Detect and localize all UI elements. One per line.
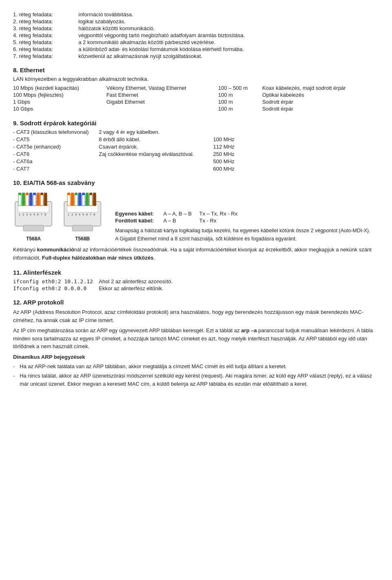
layer-row: 4. réteg feladata:végponttól végpontig t… [13,32,379,38]
layers-section: 1. réteg feladata:információ továbbítása… [13,11,379,59]
fordított-label: Fordított kábel: [115,218,160,224]
sodrott-mhz [213,129,246,135]
layer-label: 7. réteg feladata: [13,53,78,59]
bidir-bold2: Full-duplex hálózatokban már nincs ütköz… [42,255,154,261]
svg-text:8: 8 [94,213,95,216]
sodrott-mhz: 112 MHz [213,144,246,150]
fordított-tx: Tx - Rx [199,218,216,224]
alinterf-title: 11. Alinterfészek [13,269,379,276]
arp-para2: Az IP cím meghatározása során az ARP egy… [13,327,379,351]
eia-info: Egyenes kábel: A – A, B – B Tx – Tx, Rx … [111,211,379,242]
sodrott-section: 9. Sodrott érpárok kategóriái - CAT3 (kl… [13,120,379,172]
eth-cable: Sodrott érpár [262,98,379,105]
eia-title: 10. EIA/TIA 568-as szabvány [13,179,379,186]
layer-value: a különböző adat- és kódolási formátumok… [78,46,379,52]
ethernet-table: 10 Mbps (kezdeti kapacitás)Vékony Ethern… [13,84,379,112]
sodrott-desc: Zaj csökkentése műanyag elválasztóval. [99,151,213,157]
svg-rect-34 [75,193,78,195]
layer-label: 4. réteg feladata: [13,32,78,38]
sodrott-row: - CAT5e (enhanced)Csavart érpárok.112 MH… [13,144,379,150]
sodrott-cat: - CAT6 [13,151,99,157]
eth-speed: 100 Mbps (fejlesztés) [13,91,106,98]
eth-cable: Optikai kábelezés [262,91,379,98]
svg-rect-5 [22,193,25,195]
layer-value: közvetlenül az alkalmazásnak nyújt szolg… [78,53,379,59]
layer-label: 5. réteg feladata: [13,39,78,45]
layer-label: 1. réteg feladata: [13,11,78,18]
alinterf-section: 11. Alinterfészek ifconfig eth0:2 10.1.2… [13,269,379,291]
sodrott-mhz: 100 MHz [213,136,246,142]
eth-range: 100 m [218,98,262,105]
svg-rect-30 [67,193,70,195]
svg-rect-6 [26,194,29,206]
arp-bullets: - Ha az ARP-nek találata van az ARP tábl… [13,362,379,388]
layer-value: hálózatok közötti kommunikáció. [78,25,379,31]
eia-note2: A Gigabit Ethernet mind a 8 színt haszná… [115,236,379,242]
arp-para2-bold: arp –a [241,327,257,333]
eth-tech: Fast Ethernet [106,91,218,98]
bullet-dash: - [13,362,20,371]
table-row: 1 GbpsGigabit Ethernet100 mSodrott érpár [13,98,379,105]
table-row: 10 Gbps100 mSodrott érpár [13,105,379,112]
layer-value: információ továbbítása. [78,11,379,18]
t568a-svg: 1 2 3 4 5 6 7 8 [13,189,54,234]
svg-rect-29 [67,194,70,206]
egyenes-label: Egyenes kábel: [115,211,160,217]
t568b-connector: 1 2 3 4 5 6 7 8 T568B [62,189,103,242]
svg-text:5: 5 [33,213,35,216]
t568b-label: T568B [75,236,90,242]
egyenes-row: Egyenes kábel: A – A, B – B Tx – Tx, Rx … [115,211,379,217]
layer-value: végponttól végpontig tartó megbízható ad… [78,32,379,38]
svg-rect-1 [18,205,49,212]
t568b-svg: 1 2 3 4 5 6 7 8 [62,189,103,234]
svg-rect-53 [72,225,93,231]
bidirectional-section: Kétirányú kommunikációnál az információé… [13,246,379,262]
eia-note1: Manapság a hálózati kártya logikailag tu… [115,228,379,233]
sodrott-desc: Csavart érpárok. [99,144,213,150]
svg-text:3: 3 [75,213,77,216]
svg-rect-9 [29,193,32,195]
sodrott-row: - CAT6Zaj csökkentése műanyag elválasztó… [13,151,379,157]
arp-section: 12. ARP protokoll Az ARP (Address Resolu… [13,299,379,388]
sodrott-desc: 2 vagy 4 ér egy kábelben. [99,129,213,135]
svg-rect-16 [44,194,47,206]
alinterf-row: ifconfig eth0:2 10.1.2.12Ahol 2 az alint… [13,278,379,284]
eth-tech [106,105,218,112]
svg-rect-41 [89,194,92,206]
svg-rect-38 [82,193,85,195]
svg-rect-35 [78,194,81,206]
layer-label: 2. réteg feladata: [13,18,78,24]
svg-text:2: 2 [22,213,24,216]
layer-row: 2. réteg feladata:logikai szabályozás. [13,18,379,24]
eth-speed: 10 Mbps (kezdeti kapacitás) [13,84,106,91]
layer-row: 3. réteg feladata:hálózatok közötti komm… [13,25,379,31]
svg-rect-40 [86,193,89,195]
eth-speed: 10 Gbps [13,105,106,112]
sodrott-mhz: 250 MHz [213,151,246,157]
alinterf-row: Ifconfig eth0:2 0.0.0.0Ekkor az alinterf… [13,285,379,291]
fordított-val: A – B [163,218,196,224]
svg-rect-2 [18,194,21,206]
svg-text:2: 2 [71,213,73,216]
sodrott-desc: 8 érből álló kábel. [99,136,213,142]
sodrott-cat: - CAT5e (enhanced) [13,144,99,150]
ethernet-subtitle: LAN környezetben a leggyakrabban alkalma… [13,76,379,82]
fordított-row: Fordított kábel: A – B Tx - Rx [115,218,379,224]
eia-section: 10. EIA/TIA 568-as szabvány [13,179,379,242]
svg-rect-14 [40,194,43,206]
sodrott-cat: - CAT3 (klasszikus telefonvonal) [13,129,99,135]
svg-rect-43 [93,194,96,206]
sodrott-row: - CAT6a500 MHz [13,158,379,164]
layer-value: a 2 kommunikáló alkalmazás közötti párbe… [78,39,379,45]
eth-range: 100 m [218,105,262,112]
sodrott-cat: - CAT7 [13,166,99,172]
t568a-label: T568A [26,236,41,242]
svg-rect-4 [22,194,25,206]
svg-rect-31 [71,194,74,206]
svg-text:1: 1 [68,213,69,216]
svg-text:6: 6 [86,213,88,216]
eth-tech: Vékony Ethernet, Vastag Ethernet [106,84,218,91]
bullet-dash: - [13,372,20,388]
svg-rect-7 [26,193,29,195]
t568a-connector: 1 2 3 4 5 6 7 8 T568A [13,189,54,242]
